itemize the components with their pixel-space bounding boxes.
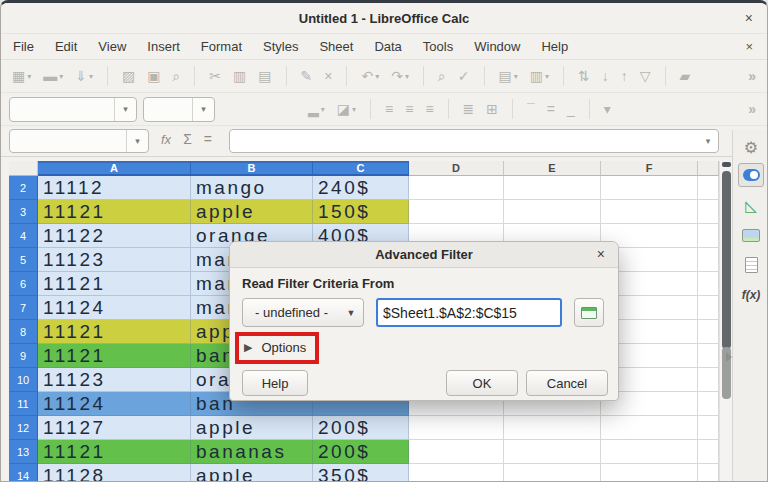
align-bottom-button[interactable]: _ <box>564 100 578 118</box>
formula-input[interactable]: ▾ <box>229 129 719 153</box>
chevron-down-icon[interactable]: ▾ <box>114 98 136 121</box>
cell-D14[interactable] <box>409 464 504 481</box>
cell-G11[interactable] <box>698 392 719 416</box>
cell-B2[interactable]: mango <box>191 176 313 200</box>
vertical-scrollbar[interactable] <box>719 161 732 481</box>
row-button[interactable]: ▤▾ <box>496 67 521 85</box>
menu-view[interactable]: View <box>96 37 128 56</box>
row-header-7[interactable]: 7 <box>9 296 38 320</box>
gallery-deck[interactable] <box>738 223 764 247</box>
column-header-C[interactable]: C <box>313 161 409 176</box>
cell-D13[interactable] <box>409 440 504 464</box>
document-close-icon[interactable]: × <box>745 39 753 54</box>
cell-B3[interactable]: apple <box>191 200 313 224</box>
cell-A14[interactable]: 11128 <box>38 464 191 481</box>
cell-C3[interactable]: 150$ <box>313 200 409 224</box>
font-size-combo[interactable]: ▾ <box>143 97 215 122</box>
row-header-12[interactable]: 12 <box>9 416 38 440</box>
cell-G13[interactable] <box>698 440 719 464</box>
row-header-13[interactable]: 13 <box>9 440 38 464</box>
row-header-4[interactable]: 4 <box>9 224 38 248</box>
chevron-down-icon[interactable]: ▾ <box>545 72 549 81</box>
function-wizard-icon[interactable]: fx <box>161 132 171 147</box>
criteria-range-input[interactable]: $Sheet1.$A$2:$C$15 <box>376 298 562 327</box>
center-vertically-button[interactable]: = <box>544 100 558 118</box>
chevron-down-icon[interactable]: ▾ <box>698 136 718 146</box>
row-header-11[interactable]: 11 <box>9 392 38 416</box>
chevron-down-icon[interactable]: ▾ <box>27 72 31 81</box>
chevron-down-icon[interactable]: ▾ <box>352 105 356 114</box>
cell-G2[interactable] <box>698 176 719 200</box>
clone-formatting-button[interactable]: ✎ <box>298 67 316 85</box>
help-button[interactable]: Help <box>242 370 308 396</box>
cell-G14[interactable] <box>698 464 719 481</box>
menu-edit[interactable]: Edit <box>53 37 79 56</box>
row-header-2[interactable]: 2 <box>9 176 38 200</box>
cell-D3[interactable] <box>409 200 504 224</box>
cancel-button[interactable]: Cancel <box>526 370 608 396</box>
row-header-9[interactable]: 9 <box>9 344 38 368</box>
cell-A9[interactable]: 11121 <box>38 344 191 368</box>
cell-G4[interactable] <box>698 224 719 248</box>
find-replace-button[interactable]: ⌕ <box>435 67 449 85</box>
cell-E12[interactable] <box>504 416 601 440</box>
cell-A2[interactable]: 11112 <box>38 176 191 200</box>
chevron-down-icon[interactable]: ▾ <box>89 72 93 81</box>
column-button[interactable]: ▥▾ <box>527 67 552 85</box>
shrink-button[interactable] <box>574 298 604 327</box>
cell-F12[interactable] <box>601 416 698 440</box>
sidebar-hide-handle-icon[interactable] <box>726 352 732 362</box>
dialog-title-bar[interactable]: Advanced Filter × <box>230 242 618 268</box>
align-center-button[interactable]: ≡ <box>402 100 416 118</box>
font-name-combo[interactable]: ▾ <box>9 97 137 122</box>
cell-A11[interactable]: 11124 <box>38 392 191 416</box>
spelling-button[interactable]: ✓ <box>455 67 473 85</box>
cell-A5[interactable]: 11123 <box>38 248 191 272</box>
cell-B13[interactable]: bananas <box>191 440 313 464</box>
dialog-close-icon[interactable]: × <box>597 246 605 262</box>
styles-deck[interactable]: ◺ <box>738 193 764 217</box>
ok-button[interactable]: OK <box>446 370 518 396</box>
cell-C2[interactable]: 240$ <box>313 176 409 200</box>
cell-E3[interactable] <box>504 200 601 224</box>
menu-window[interactable]: Window <box>472 37 522 56</box>
sidebar-settings-icon[interactable]: ⚙ <box>733 138 768 157</box>
clear-formatting-button[interactable]: × <box>321 67 335 85</box>
cell-C13[interactable]: 200$ <box>313 440 409 464</box>
menu-file[interactable]: File <box>11 37 36 56</box>
row-header-5[interactable]: 5 <box>9 248 38 272</box>
cell-E13[interactable] <box>504 440 601 464</box>
column-header-A[interactable]: A <box>38 161 191 176</box>
named-range-dropdown[interactable]: - undefined - ▼ <box>242 298 364 327</box>
name-box[interactable]: ▾ <box>9 129 149 153</box>
cell-E14[interactable] <box>504 464 601 481</box>
menu-sheet[interactable]: Sheet <box>317 37 355 56</box>
chevron-down-icon[interactable]: ▾ <box>192 98 214 121</box>
print-preview-button[interactable]: ⌕ <box>169 67 183 85</box>
row-header-8[interactable]: 8 <box>9 320 38 344</box>
cell-G7[interactable] <box>698 296 719 320</box>
row-header-3[interactable]: 3 <box>9 200 38 224</box>
sort-ascending-button[interactable]: ↑ <box>618 67 631 85</box>
autofilter-button[interactable]: ▽ <box>637 67 654 85</box>
chevron-down-icon[interactable]: ▾ <box>59 72 63 81</box>
cell-G3[interactable] <box>698 200 719 224</box>
cell-D12[interactable] <box>409 416 504 440</box>
cell-F3[interactable] <box>601 200 698 224</box>
cell-G9[interactable] <box>698 344 719 368</box>
column-header-F[interactable]: F <box>601 161 698 176</box>
column-header-E[interactable]: E <box>504 161 601 176</box>
cell-A10[interactable]: 11123 <box>38 368 191 392</box>
new-document-button[interactable]: ▦▾ <box>9 67 34 85</box>
toolbar-overflow-button[interactable]: » <box>745 67 759 85</box>
sum-icon[interactable]: Σ <box>183 131 192 147</box>
column-header-partial[interactable] <box>698 161 719 176</box>
scrollbar-thumb[interactable] <box>722 171 731 349</box>
save-button[interactable]: ⇓▾ <box>72 67 96 85</box>
cell-A4[interactable]: 11122 <box>38 224 191 248</box>
border-style-button[interactable]: ▾ <box>601 100 614 118</box>
chevron-down-icon[interactable]: ▾ <box>375 72 379 81</box>
cell-A12[interactable]: 11127 <box>38 416 191 440</box>
chevron-down-icon[interactable]: ▾ <box>514 72 518 81</box>
cell-G8[interactable] <box>698 320 719 344</box>
